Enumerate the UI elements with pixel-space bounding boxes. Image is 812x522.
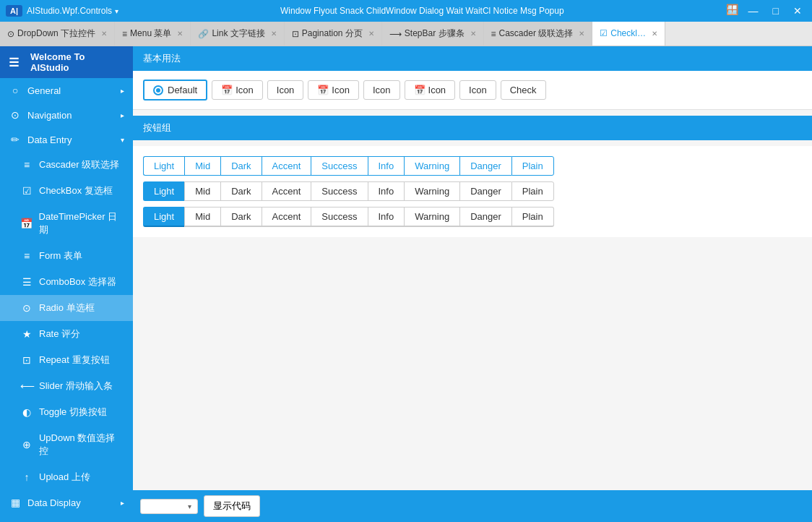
icon-button-6[interactable]: Icon [459,80,496,100]
sidebar-item-repeat[interactable]: ⊡ Repeat 重复按钮 [0,347,133,373]
minimize-button[interactable]: — [744,4,763,18]
btn-warning-3[interactable]: Warning [404,207,459,227]
tab-stepbar[interactable]: ⟶ StepBar 步骤条 ✕ [382,22,484,46]
btn-danger-3[interactable]: Danger [459,207,511,227]
btn-mid-2[interactable]: Mid [184,181,220,201]
sidebar-label-toggle: Toggle 切换按钮 [39,406,107,419]
tab-close-icon[interactable]: ✕ [579,30,584,38]
icon-button-1[interactable]: 📅 Icon [212,80,263,100]
maximize-button[interactable]: □ [769,4,783,18]
btn-mid-3[interactable]: Mid [184,207,220,227]
btn-warning-1[interactable]: Warning [404,156,459,176]
btn-success-3[interactable]: Success [311,207,367,227]
sidebar-item-combobox[interactable]: ☰ ComboBox 选择器 [0,269,133,295]
button-group-row-2: Light Mid Dark Accent Success Info Warni… [143,181,802,201]
sidebar-label-datetimepicker: DateTimePicker 日期 [39,210,124,236]
updown-icon: ⊕ [20,439,33,450]
btn-accent-1[interactable]: Accent [262,156,311,176]
tab-close-icon[interactable]: ✕ [177,30,183,38]
check-button[interactable]: Check [501,80,546,100]
sidebar-item-form[interactable]: ≡ Form 表单 [0,243,133,269]
btn-dark-1[interactable]: Dark [220,156,261,176]
sidebar-item-general[interactable]: ○ General ▸ [0,78,133,103]
window-icon: 🪟 [726,4,738,18]
bottom-dropdown[interactable]: ▾ [140,499,198,514]
btn-label: Icon [428,85,446,95]
btn-accent-2[interactable]: Accent [262,181,311,201]
tab-close-icon[interactable]: ✕ [368,30,374,38]
hamburger-icon[interactable]: ☰ [9,56,19,69]
sidebar-item-data-entry[interactable]: ✏ Data Entry ▾ [0,127,133,152]
sidebar-item-feedback[interactable]: ⊙ Feedback ▸ [0,515,133,522]
tab-checkbox[interactable]: ☑ Checkl… ✕ [592,22,665,46]
icon-button-3[interactable]: 📅 Icon [308,80,359,100]
icon-button-2[interactable]: Icon [267,80,304,100]
btn-info-2[interactable]: Info [368,181,405,201]
btn-label: Check [510,85,537,95]
btn-success-2[interactable]: Success [311,181,367,201]
tab-close-icon[interactable]: ✕ [652,30,657,38]
titlebar: A| AIStudio.Wpf.Controls ▾ Window Flyout… [0,0,812,22]
tab-label: Cascader 级联选择 [499,27,574,40]
sidebar-item-radio[interactable]: ⊙ Radio 单选框 [0,295,133,321]
btn-warning-2[interactable]: Warning [404,181,459,201]
basic-usage-header: 基本用法 [133,46,812,71]
icon-button-4[interactable]: Icon [363,80,400,100]
sidebar-label-navigation: Navigation [27,110,72,121]
icon-button-5[interactable]: 📅 Icon [405,80,456,100]
repeat-icon: ⊡ [20,354,33,366]
tab-icon: 🔗 [198,29,209,39]
sidebar-item-data-display[interactable]: ▦ Data Display ▸ [0,490,133,515]
sidebar: ☰ Welcome To AIStudio ○ General ▸ ⊙ Navi… [0,46,133,522]
btn-light-3[interactable]: Light [143,207,184,227]
button-groups-section: Light Mid Dark Accent Success Info Warni… [133,146,812,237]
btn-plain-1[interactable]: Plain [511,156,554,176]
sidebar-label-upload: Upload 上传 [39,471,90,484]
show-code-button[interactable]: 显示代码 [204,495,260,517]
sidebar-item-rate[interactable]: ★ Rate 评分 [0,321,133,347]
sidebar-item-cascader[interactable]: ≡ Cascader 级联选择 [0,152,133,178]
sidebar-label-radio: Radio 单选框 [39,301,95,315]
btn-light-2[interactable]: Light [143,181,184,201]
btn-danger-2[interactable]: Danger [459,181,511,201]
tab-icon: ≡ [122,29,127,39]
sidebar-item-checkbox[interactable]: ☑ CheckBox 复选框 [0,178,133,204]
tab-label: Checkl… [610,28,646,38]
btn-light-1[interactable]: Light [143,156,184,176]
close-button[interactable]: ✕ [789,4,806,18]
btn-dark-3[interactable]: Dark [220,207,261,227]
navigation-icon: ⊙ [9,109,22,121]
dropdown-arrow-icon: ▾ [188,502,191,510]
sidebar-item-upload[interactable]: ↑ Upload 上传 [0,464,133,490]
btn-plain-3[interactable]: Plain [511,207,554,227]
btn-info-1[interactable]: Info [368,156,405,176]
calendar-icon: 📅 [414,85,426,95]
tab-close-icon[interactable]: ✕ [271,30,277,38]
btn-plain-2[interactable]: Plain [511,181,554,201]
radio-icon: ⊙ [20,302,33,314]
btn-label: Icon [236,85,254,95]
btn-accent-3[interactable]: Accent [262,207,311,227]
btn-danger-1[interactable]: Danger [459,156,511,176]
button-group-3: Light Mid Dark Accent Success Info Warni… [143,207,554,227]
sidebar-item-updown[interactable]: ⊕ UpDown 数值选择控 [0,425,133,464]
tab-cascader[interactable]: ≡ Cascader 级联选择 ✕ [484,22,593,46]
tab-menu[interactable]: ≡ Menu 菜单 ✕ [115,22,191,46]
btn-info-3[interactable]: Info [368,207,405,227]
radio-default-button[interactable]: Default [143,80,207,100]
basic-usage-section: Default 📅 Icon Icon 📅 Icon [133,71,812,110]
button-group-1: Light Mid Dark Accent Success Info Warni… [143,156,554,176]
btn-dark-2[interactable]: Dark [220,181,261,201]
tab-close-icon[interactable]: ✕ [470,30,476,38]
sidebar-item-toggle[interactable]: ◐ Toggle 切换按钮 [0,399,133,425]
sidebar-item-datetimepicker[interactable]: 📅 DateTimePicker 日期 [0,204,133,243]
tab-link[interactable]: 🔗 Link 文字链接 ✕ [191,22,284,46]
tab-dropdown[interactable]: ⊙ DropDown 下拉控件 ✕ [0,22,115,46]
sidebar-item-navigation[interactable]: ⊙ Navigation ▸ [0,103,133,127]
tab-close-icon[interactable]: ✕ [101,30,107,38]
sidebar-item-slider[interactable]: ⟵ Slider 滑动输入条 [0,373,133,399]
btn-mid-1[interactable]: Mid [184,156,220,176]
tab-pagination[interactable]: ⊡ Pagination 分页 ✕ [285,22,382,46]
sidebar-app-title: Welcome To AIStudio [30,51,124,73]
btn-success-1[interactable]: Success [311,156,367,176]
